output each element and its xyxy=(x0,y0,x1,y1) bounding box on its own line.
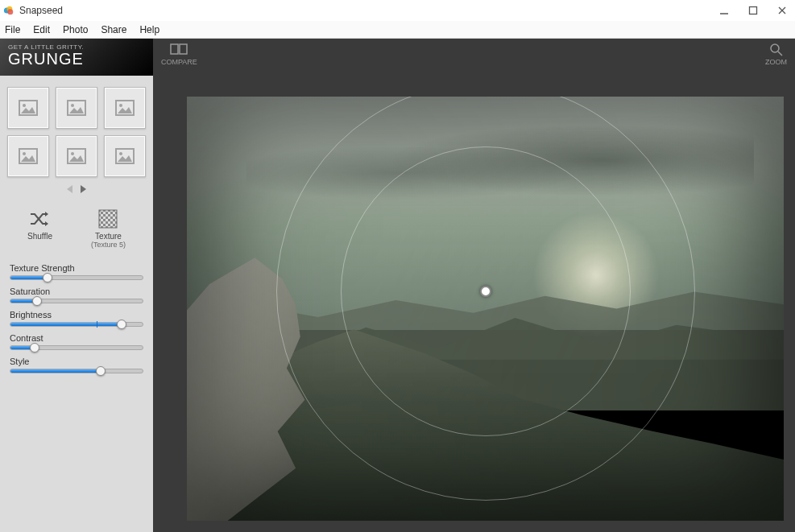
preset-thumb[interactable] xyxy=(7,87,49,129)
filter-name: GRUNGE xyxy=(8,51,145,67)
svg-point-16 xyxy=(71,152,74,155)
svg-point-2 xyxy=(7,9,13,14)
slider-track[interactable] xyxy=(10,299,143,303)
picture-icon xyxy=(115,100,135,116)
slider-track[interactable] xyxy=(10,322,143,327)
texture-sublabel: (Texture 5) xyxy=(91,241,126,249)
slider-contrast: Contrast xyxy=(10,333,143,350)
slider-style: Style xyxy=(10,357,143,373)
svg-point-12 xyxy=(119,104,122,107)
preset-pager xyxy=(0,180,153,196)
svg-rect-4 xyxy=(750,7,757,14)
preset-thumb[interactable] xyxy=(104,87,146,129)
window-maximize-button[interactable] xyxy=(748,6,758,15)
texture-tool[interactable]: Texture (Texture 5) xyxy=(91,209,126,249)
window-minimize-button[interactable] xyxy=(719,6,729,15)
canvas-area: COMPARE ZOOM xyxy=(153,39,795,532)
window-title: Snapseed xyxy=(19,5,63,16)
svg-rect-23 xyxy=(180,44,187,54)
texture-label: Texture xyxy=(91,232,126,241)
slider-track[interactable] xyxy=(10,369,143,373)
filter-header: GET A LITTLE GRITTY. GRUNGE xyxy=(0,39,153,76)
svg-rect-21 xyxy=(99,210,117,228)
slider-label: Contrast xyxy=(10,333,143,343)
menu-edit[interactable]: Edit xyxy=(33,24,50,35)
svg-rect-22 xyxy=(171,44,178,54)
picture-icon xyxy=(19,148,38,164)
zoom-icon xyxy=(768,42,785,56)
slider-texture-strength: Texture Strength xyxy=(10,263,143,280)
preset-thumb[interactable] xyxy=(7,135,49,177)
slider-label: Style xyxy=(10,357,143,366)
picture-icon xyxy=(67,148,86,164)
slider-saturation: Saturation xyxy=(10,287,143,303)
menu-photo[interactable]: Photo xyxy=(63,24,88,35)
radial-center-handle[interactable] xyxy=(480,286,491,297)
slider-track[interactable] xyxy=(10,345,143,350)
preset-grid xyxy=(0,76,153,180)
picture-icon xyxy=(115,148,135,164)
pager-prev-icon[interactable] xyxy=(67,185,72,193)
menu-help[interactable]: Help xyxy=(139,24,159,35)
slider-brightness: Brightness xyxy=(10,310,143,327)
preset-thumb[interactable] xyxy=(56,87,97,129)
pager-next-icon[interactable] xyxy=(81,185,86,193)
image-viewport[interactable] xyxy=(187,97,784,521)
picture-icon xyxy=(19,100,38,116)
slider-label: Saturation xyxy=(10,287,143,296)
preset-thumb[interactable] xyxy=(104,135,146,177)
slider-label: Brightness xyxy=(10,310,143,320)
zoom-label: ZOOM xyxy=(765,58,787,66)
slider-panel: Texture Strength Saturation Brightness xyxy=(0,257,153,380)
menu-share[interactable]: Share xyxy=(101,24,126,35)
svg-line-25 xyxy=(778,52,782,56)
window-close-button[interactable] xyxy=(777,6,787,15)
sidebar: GET A LITTLE GRITTY. GRUNGE xyxy=(0,39,153,532)
texture-icon xyxy=(97,209,119,229)
svg-point-24 xyxy=(771,44,779,52)
shuffle-tool[interactable]: Shuffle xyxy=(27,209,52,249)
compare-button[interactable]: COMPARE xyxy=(161,42,197,66)
menu-file[interactable]: File xyxy=(5,24,20,35)
compare-icon xyxy=(170,42,188,56)
zoom-button[interactable]: ZOOM xyxy=(765,42,787,66)
app-logo-icon xyxy=(3,5,14,16)
window-titlebar: Snapseed xyxy=(0,0,795,21)
svg-point-14 xyxy=(23,152,26,155)
shuffle-label: Shuffle xyxy=(27,232,52,241)
menubar: File Edit Photo Share Help xyxy=(0,21,795,39)
compare-label: COMPARE xyxy=(161,58,197,66)
slider-track[interactable] xyxy=(10,275,143,280)
shuffle-icon xyxy=(28,209,51,229)
svg-point-10 xyxy=(71,104,74,107)
svg-point-8 xyxy=(23,104,26,107)
preset-thumb[interactable] xyxy=(56,135,97,177)
svg-point-18 xyxy=(119,152,122,155)
slider-label: Texture Strength xyxy=(10,263,143,273)
picture-icon xyxy=(67,100,86,116)
